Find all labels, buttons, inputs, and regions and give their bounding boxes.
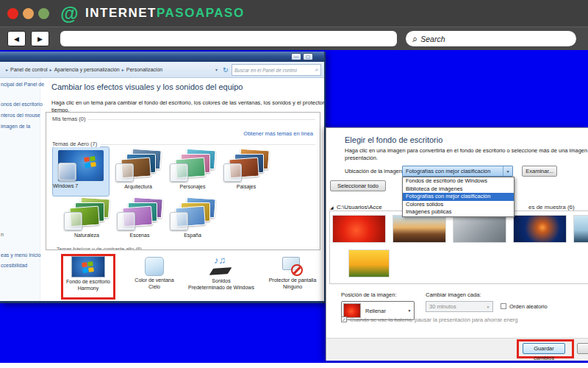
battery-pause-checkbox[interactable]: ✓ (341, 316, 347, 322)
basic-themes-header-cut: Temas básicos y de contraste alto (6) (57, 247, 142, 250)
combobox-selected-value: Fotografías con mejor clasificación (406, 168, 490, 174)
sidebar-item-desktop-icons[interactable]: onos del escritorio (1, 102, 43, 107)
window-minimize-dot[interactable] (23, 8, 34, 19)
sidebar-item-taskbar-start-menu[interactable]: eas y menú Inicio (1, 252, 40, 258)
themes-list: Mis temas (0) Obtener más temas en línea… (46, 112, 320, 250)
sidebar-item-ease-of-access[interactable]: ccesibilidad (1, 263, 27, 268)
address-bar[interactable] (60, 31, 397, 46)
picture-koala[interactable] (453, 215, 506, 243)
sidebar-item-mouse-pointers[interactable]: nteros del mouse (1, 113, 40, 118)
image-location-combobox[interactable]: Fotografías con mejor clasificación ▼ (402, 166, 513, 177)
save-changes-button[interactable]: Guardar cambios (523, 343, 565, 354)
screensaver-tile[interactable]: Protector de pantalla Ninguno (257, 254, 328, 300)
browser-header: @ INTERNETPASOAPASO (0, 0, 588, 26)
theme-personajes[interactable]: Personajes (167, 149, 218, 189)
theme-espana[interactable]: España (167, 198, 218, 238)
site-wordmark: INTERNETPASOAPASO (85, 6, 245, 21)
theme-paisajes[interactable]: Paisajes (220, 149, 272, 189)
site-logo-icon: @ (60, 4, 79, 24)
sidebar-item-account-picture[interactable]: imagen de la (1, 124, 30, 129)
theme-windows7-selected[interactable]: Windows 7 (52, 146, 110, 197)
search-icon: ⌕ (412, 33, 417, 45)
window-color-tile[interactable]: Color de ventana Cielo (121, 254, 187, 300)
minimize-button[interactable]: — (291, 53, 301, 60)
search-icon: ⌕ (315, 66, 318, 74)
breadcrumb-arrow-icon: ▸ (122, 67, 124, 72)
windows7-theme-thumbnail (58, 150, 104, 181)
expander-icon[interactable]: ◢ (330, 205, 334, 210)
highlight-box-desktop-background (61, 254, 115, 300)
gloss-overlay (170, 163, 188, 182)
sample-pictures-grid (329, 210, 588, 284)
breadcrumb-arrow-icon: ▸ (50, 67, 52, 72)
browser-search-input[interactable]: ⌕ Search (406, 31, 576, 46)
screensaver-icon (282, 255, 303, 276)
gloss-overlay (58, 163, 76, 181)
theme-label: Windows 7 (53, 183, 109, 188)
control-panel-search-input[interactable]: Buscar en el Panel de control ⌕ (232, 64, 321, 76)
shuffle-checkbox[interactable] (501, 303, 506, 309)
intro-text-line1: Haga clic en un tema para cambiar el fon… (51, 99, 324, 106)
picture-chrysanthemum[interactable] (332, 215, 386, 243)
sounds-tile[interactable]: ♪♫ Sonidos Predeterminado de Windows (186, 254, 257, 300)
tile-value: Predeterminado de Windows (186, 285, 257, 290)
cancel-button[interactable]: Ca (577, 343, 588, 354)
change-interval-combobox[interactable]: 30 minutos ▼ (426, 301, 493, 312)
breadcrumb-personalization[interactable]: Personalización (126, 67, 162, 72)
dropdown-option-solid-colors[interactable]: Colores sólidos (403, 201, 514, 209)
dialog-title: Elegir el fondo de escritorio (345, 135, 442, 144)
select-all-button[interactable]: Seleccionar todo (330, 180, 386, 191)
window-close-dot[interactable] (7, 8, 18, 19)
back-icon: ◀ (14, 35, 19, 43)
sidebar-see-also-label: n (1, 232, 4, 237)
sounds-icon: ♪♫ (211, 255, 232, 277)
control-panel-search-placeholder: Buscar en el Panel de control (234, 68, 297, 73)
browse-button[interactable]: Examinar... (522, 166, 557, 177)
my-themes-header: Mis temas (0) (52, 116, 88, 122)
picture-penguins[interactable] (573, 215, 588, 243)
breadcrumb-appearance[interactable]: Apariencia y personalización (54, 67, 120, 72)
theme-thumbnail (170, 149, 215, 182)
back-button[interactable]: ◀ (7, 31, 26, 46)
refresh-icon[interactable]: ↻ (223, 66, 229, 74)
sidebar-item-home[interactable]: ncipal del Panel de (1, 82, 44, 87)
dropdown-option-windows-backgrounds[interactable]: Fondos de escritorio de Windows (403, 177, 514, 185)
dialog-intro-line2: presentación. (345, 155, 588, 161)
windows-flag-icon (84, 156, 97, 168)
breadcrumb-control-panel[interactable]: Panel de control (10, 67, 48, 72)
shuffle-label: Orden aleatorio (509, 303, 548, 310)
music-notes-icon: ♪♫ (214, 255, 226, 266)
theme-naturaleza[interactable]: Naturaleza (61, 198, 112, 238)
theme-arquitectura[interactable]: Arquitectura (112, 149, 164, 189)
theme-label: Paisajes (220, 184, 272, 189)
dropdown-option-top-rated-photos[interactable]: Fotografías con mejor clasificación (403, 193, 514, 201)
dropdown-option-public-pictures[interactable]: Imágenes públicas (403, 208, 514, 216)
gloss-overlay (117, 212, 135, 230)
theme-label: Naturaleza (61, 233, 112, 238)
change-picture-label: Cambiar imagen cada: (426, 291, 481, 298)
forward-button[interactable]: ▶ (31, 31, 49, 46)
tile-title: Protector de pantalla (257, 277, 328, 283)
get-more-themes-link[interactable]: Obtener más temas en línea (243, 130, 313, 137)
position-preview-thumbnail (343, 303, 361, 318)
address-dropdown-icon[interactable]: ▾ (215, 67, 218, 72)
theme-escenas[interactable]: Escenas (114, 198, 165, 238)
window-zoom-dot[interactable] (38, 8, 49, 19)
maximize-button[interactable]: ▢ (303, 53, 313, 60)
interval-selected-value: 30 minutos (429, 303, 456, 310)
tile-value: Ninguno (257, 284, 328, 289)
aero-themes-header: Temas de Aero (7) (52, 141, 100, 147)
gloss-overlay (64, 212, 82, 230)
picture-tulips[interactable] (348, 250, 390, 277)
sidebar: ncipal del Panel de onos del escritorio … (0, 78, 40, 301)
divider (52, 119, 315, 120)
chevron-down-icon: ▼ (484, 305, 492, 309)
chevron-down-icon: ▼ (405, 308, 414, 313)
dropdown-option-pictures-library[interactable]: Biblioteca de imágenes (403, 185, 514, 194)
theme-label: Escenas (114, 233, 165, 238)
bottom-white-strip (0, 363, 588, 368)
browse-button-label: Examinar... (526, 168, 553, 174)
picture-jellyfish[interactable] (513, 215, 567, 243)
picture-desert[interactable] (392, 215, 446, 243)
image-location-dropdown: Fondos de escritorio de Windows Bibliote… (402, 177, 514, 217)
